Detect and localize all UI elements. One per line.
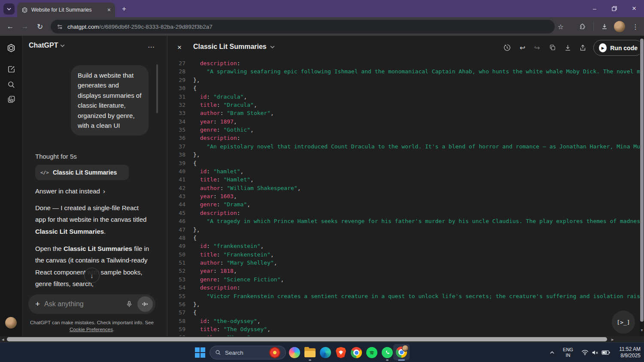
reload-icon[interactable]: ↻ <box>35 21 45 32</box>
code-line: 50 title: "Frankenstein", <box>167 250 640 259</box>
thought-duration[interactable]: Thought for 5s <box>35 153 77 160</box>
code-line: 41 title: "Hamlet", <box>167 175 640 184</box>
answer-in-chat-link[interactable]: Answer in chat instead › <box>35 187 105 195</box>
code-line: 43 year: 1603, <box>167 192 640 200</box>
new-tab-button[interactable]: + <box>119 4 129 14</box>
code-line: 27 description: <box>167 59 640 67</box>
search-placeholder: Search <box>225 350 243 356</box>
browser-menu-icon[interactable]: ⋮ <box>630 21 641 32</box>
windows-logo-icon <box>195 347 205 358</box>
scroll-to-bottom-button[interactable]: ↓ <box>84 268 100 283</box>
run-code-button[interactable]: ▶ Run code <box>593 40 643 56</box>
code-line: 31 id: "dracula", <box>167 93 640 101</box>
language-indicator[interactable]: ENGIN <box>562 343 574 362</box>
scroll-right-arrow[interactable]: ▸ <box>611 337 614 342</box>
answer-in-chat-label: Answer in chat instead <box>35 187 100 195</box>
close-button[interactable]: × <box>624 0 644 17</box>
code-line: 60 author: "Homer", <box>167 333 640 336</box>
profile-avatar[interactable] <box>614 21 625 32</box>
taskbar-spotify[interactable] <box>366 347 378 359</box>
code-line: 49 id: "frankenstein", <box>167 242 640 250</box>
code-editor[interactable]: 27 description:28 "A sprawling seafaring… <box>167 59 640 336</box>
chatgpt-rail <box>0 36 22 336</box>
url-domain: chatgpt.com <box>67 24 99 30</box>
language-line1: ENG <box>563 347 573 352</box>
chatgpt-logo-icon[interactable] <box>6 43 16 53</box>
library-icon[interactable] <box>6 94 16 104</box>
redo-icon[interactable]: ↪ <box>532 42 542 53</box>
code-line: 29}, <box>167 76 640 84</box>
taskbar-copilot[interactable] <box>289 347 301 359</box>
chat-input[interactable]: + Ask anything <box>28 294 155 314</box>
canvas-title-dropdown[interactable]: Classic Lit Summaries <box>193 43 275 51</box>
restore-button[interactable] <box>605 0 624 17</box>
running-indicator <box>309 359 311 361</box>
chevron-down-icon <box>60 43 65 48</box>
canvas-vscroll-thumb[interactable] <box>640 39 644 322</box>
code-line: 32 title: "Dracula", <box>167 101 640 109</box>
taskbar-file-explorer[interactable] <box>304 347 316 359</box>
taskbar-brave[interactable] <box>335 347 347 359</box>
back-icon[interactable]: ← <box>5 21 15 32</box>
downloads-icon[interactable] <box>599 21 610 32</box>
cookie-preferences-link[interactable]: Cookie Preferences <box>70 327 113 332</box>
play-icon: ▶ <box>599 43 607 52</box>
profile-badge <box>402 345 409 352</box>
bookmark-star-icon[interactable]: ☆ <box>556 21 566 32</box>
code-line: 39{ <box>167 159 640 167</box>
taskbar-clock[interactable]: 11:52 AM8/9/2025 <box>612 343 641 362</box>
minimize-button[interactable]: – <box>585 0 605 17</box>
code-line: 34 year: 1897, <box>167 118 640 126</box>
search-icon <box>215 350 221 356</box>
console-button[interactable]: [>_] <box>612 311 635 334</box>
taskbar-chrome-active[interactable] <box>393 344 410 360</box>
version-history-icon[interactable] <box>502 42 512 53</box>
screen: Website for Lit Summaries × + – × ← → ↻ … <box>0 0 644 362</box>
battery-indicator[interactable] <box>600 343 611 362</box>
share-icon[interactable] <box>577 42 588 53</box>
search-chats-icon[interactable] <box>6 79 16 90</box>
whatsapp-icon <box>382 347 393 358</box>
download-icon[interactable] <box>562 42 573 53</box>
extensions-icon[interactable] <box>577 21 587 32</box>
taskbar-chrome[interactable] <box>350 347 362 359</box>
code-line: 47}, <box>167 226 640 234</box>
canvas-card[interactable]: </> Classic Lit Summaries <box>35 165 129 180</box>
copy-icon[interactable] <box>547 42 558 53</box>
browser-tab[interactable]: Website for Lit Summaries × <box>17 3 115 17</box>
tab-close-icon[interactable]: × <box>107 7 111 13</box>
microphone-icon[interactable] <box>125 300 133 308</box>
model-switcher[interactable]: ChatGPT <box>29 42 65 49</box>
wifi-icon <box>581 350 589 356</box>
code-line: 44 genre: "Drama", <box>167 200 640 208</box>
chevron-up-icon <box>550 350 555 355</box>
scroll-left-arrow[interactable]: ◂ <box>2 337 4 342</box>
new-chat-icon[interactable] <box>6 64 16 74</box>
tray-expand-button[interactable] <box>548 343 556 362</box>
wifi-indicator[interactable] <box>580 343 590 362</box>
volume-muted-indicator[interactable] <box>590 343 600 362</box>
taskbar-search[interactable]: Search <box>210 346 286 359</box>
undo-icon[interactable]: ↩ <box>517 42 528 53</box>
canvas-close-icon[interactable]: × <box>175 43 184 52</box>
taskbar-edge[interactable] <box>319 347 331 359</box>
code-line: 37 "An epistolary novel that introduced … <box>167 142 640 151</box>
conversation-menu-icon[interactable]: ⋯ <box>148 43 155 51</box>
attach-plus-icon[interactable]: + <box>35 299 40 309</box>
hscroll-thumb[interactable] <box>7 337 607 341</box>
url-bar[interactable]: chatgpt.com/c/6896db6f-259c-8333-82ba-29… <box>51 20 555 33</box>
tab-search-button[interactable] <box>3 3 15 15</box>
file-explorer-icon <box>304 348 316 357</box>
taskbar: Search ENGIN <box>0 342 644 362</box>
scroll-down-arrow[interactable]: ▾ <box>640 328 644 332</box>
user-avatar[interactable] <box>5 317 17 329</box>
speaker-mute-icon <box>592 350 599 356</box>
site-info-icon[interactable] <box>57 24 63 30</box>
taskbar-whatsapp[interactable] <box>381 347 393 359</box>
windows-start-button[interactable] <box>194 347 206 359</box>
voice-mode-button[interactable] <box>137 296 153 312</box>
chat-scrollbar-thumb[interactable] <box>156 64 158 113</box>
forward-icon[interactable]: → <box>20 21 30 32</box>
chat-panel: ChatGPT ⋯ Build a website that generates… <box>22 36 167 336</box>
code-tag-icon: </> <box>40 170 49 175</box>
